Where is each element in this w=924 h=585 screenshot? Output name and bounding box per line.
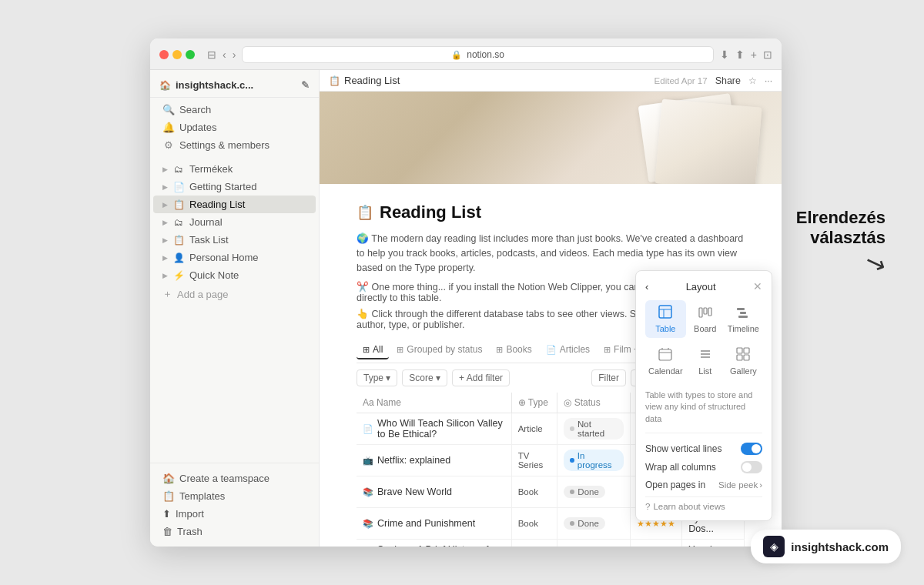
sidebar-item-getting-started[interactable]: ▶ 📄 Getting Started [153, 178, 316, 196]
open-pages-row: Open pages in Side peek › [645, 476, 762, 493]
toggle-icon: ▶ [162, 272, 168, 279]
sidebar-item-create-teamspace[interactable]: 🏠 Create a teamspace [153, 470, 316, 487]
col-name: Aa Name [357, 393, 511, 413]
add-filter-label: + Add filter [459, 373, 503, 383]
annotation-line2: választás [810, 228, 886, 247]
updates-label: Updates [179, 122, 216, 133]
import-icon: ⬆ [162, 508, 171, 520]
svg-rect-16 [737, 348, 742, 353]
vertical-lines-toggle[interactable] [741, 443, 762, 455]
toggle-row-vertical-lines: Show vertical lines [645, 440, 762, 458]
toggle-knob [752, 444, 761, 453]
sidebar-item-trash[interactable]: 🗑 Trash [153, 523, 316, 540]
download-icon[interactable]: ⬇ [720, 48, 729, 61]
cell-status: In progress [557, 445, 631, 476]
layout-option-board[interactable]: Board [691, 300, 720, 338]
score-filter-button[interactable]: Score ▾ [402, 369, 447, 386]
annotation: Elrendezés választás ↙ [796, 208, 886, 277]
tab-articles[interactable]: 📄 Articles [540, 341, 596, 359]
workspace-icon: 🏠 [159, 80, 171, 91]
breadcrumb: 📋 Reading List [329, 75, 400, 86]
sidebar-item-journal[interactable]: ▶ 🗂 Journal [153, 213, 316, 231]
row-icon: 📺 [363, 456, 373, 466]
tab-all[interactable]: ⊞ All [357, 341, 389, 359]
learn-about-views-link[interactable]: ? Learn about views [645, 496, 762, 511]
sidebar-item-templates[interactable]: 📋 Templates [153, 487, 316, 505]
tabs-icon[interactable]: ⊡ [763, 48, 772, 61]
personal-home-icon: 👤 [172, 252, 185, 263]
open-pages-label: Open pages in [645, 480, 705, 490]
share-icon[interactable]: ⬆ [735, 48, 745, 61]
tab-grouped[interactable]: ⊞ Grouped by status [390, 341, 488, 359]
settings-icon: ⚙ [162, 139, 175, 151]
toggle-icon: ▶ [162, 219, 168, 226]
layout-option-list[interactable]: List [691, 343, 720, 380]
edited-text: Edited Apr 17 [654, 76, 708, 85]
table-row[interactable]: 📚 Sapiens: A Brief History of Humankind … [357, 540, 745, 547]
sidebar-item-updates[interactable]: 🔔 Updates [153, 119, 316, 136]
sidebar-toggle-icon[interactable]: ⊟ [207, 48, 216, 61]
sidebar-item-termekek[interactable]: ▶ 🗂 Termékek [153, 160, 316, 178]
toggle-icon: ▶ [162, 165, 168, 173]
list-layout-label: List [698, 366, 711, 376]
page-title-icon: 📋 [357, 204, 373, 221]
layout-option-calendar[interactable]: Calendar [645, 343, 686, 380]
sidebar-item-task-list[interactable]: ▶ 📋 Task List [153, 231, 316, 249]
main-content: 📋 Reading List Edited Apr 17 Share ☆ ···… [320, 70, 782, 547]
tab-books[interactable]: ⊞ Books [490, 341, 537, 359]
cell-type: Book [511, 540, 557, 547]
share-button[interactable]: Share [715, 75, 741, 86]
toggle-row-wrap-columns: Wrap all columns [645, 458, 762, 476]
page-content: 📋 Reading List 🌍 The modern day reading … [320, 184, 782, 547]
type-filter-button[interactable]: Type ▾ [357, 369, 397, 386]
svg-rect-19 [744, 355, 749, 360]
close-button[interactable] [159, 50, 169, 59]
sidebar-item-personal-home[interactable]: ▶ 👤 Personal Home [153, 249, 316, 266]
teamspace-icon: 🏠 [162, 473, 175, 484]
address-bar[interactable]: 🔒 notion.so [242, 46, 713, 63]
layout-popup-close-button[interactable]: ✕ [753, 280, 762, 292]
wrap-columns-label: Wrap all columns [645, 462, 716, 473]
timeline-layout-icon [736, 305, 750, 322]
workspace-header[interactable]: 🏠 insightshack.c... ✎ [150, 76, 319, 98]
add-filter-button[interactable]: + Add filter [452, 369, 510, 386]
favorite-icon[interactable]: ☆ [748, 75, 757, 86]
type-filter-label: Type ▾ [363, 373, 390, 383]
more-options-icon[interactable]: ··· [765, 75, 772, 86]
new-tab-icon[interactable]: + [751, 48, 757, 61]
maximize-button[interactable] [186, 50, 195, 59]
sidebar: 🏠 insightshack.c... ✎ 🔍 Search 🔔 Updates… [150, 70, 320, 547]
sidebar-item-import[interactable]: ⬆ Import [153, 505, 316, 523]
layout-popup-back-icon[interactable]: ‹ [645, 281, 648, 292]
timeline-layout-label: Timeline [728, 324, 759, 333]
browser-right-icons: ⬇ ⬆ + ⊡ [720, 48, 772, 61]
add-page-label: Add a page [177, 289, 229, 300]
row-icon: 📚 [363, 519, 373, 529]
open-pages-value[interactable]: Side peek › [718, 480, 762, 490]
sidebar-item-quick-note[interactable]: ▶ ⚡ Quick Note [153, 266, 316, 284]
sidebar-item-reading-list[interactable]: ▶ 📋 Reading List [153, 196, 316, 213]
filter-button[interactable]: Filter [591, 369, 626, 386]
layout-option-timeline[interactable]: Timeline [725, 300, 762, 338]
annotation-arrow: ↙ [860, 245, 889, 279]
col-type: ⊕ Type [511, 393, 557, 413]
toggle-icon: ▶ [162, 201, 168, 209]
layout-option-table[interactable]: Table [645, 300, 686, 338]
row-title: Netflix: explained [377, 455, 450, 466]
annotation-text: Elrendezés választás [796, 208, 886, 249]
quick-note-icon: ⚡ [172, 270, 185, 281]
layout-option-gallery[interactable]: Gallery [725, 343, 762, 380]
layout-divider [645, 433, 762, 433]
sidebar-item-settings[interactable]: ⚙ Settings & members [153, 136, 316, 154]
tab-books-label: Books [506, 344, 531, 355]
status-dot [570, 490, 574, 494]
minimize-button[interactable] [172, 50, 182, 59]
new-page-icon[interactable]: ✎ [301, 79, 310, 91]
back-icon[interactable]: ‹ [223, 48, 226, 61]
add-page-button[interactable]: ＋ Add a page [153, 284, 316, 304]
sidebar-item-search[interactable]: 🔍 Search [153, 101, 316, 119]
wrap-columns-toggle[interactable] [741, 461, 762, 473]
quick-note-label: Quick Note [189, 269, 239, 281]
tab-books-icon: ⊞ [496, 345, 503, 355]
forward-icon[interactable]: › [233, 48, 236, 61]
